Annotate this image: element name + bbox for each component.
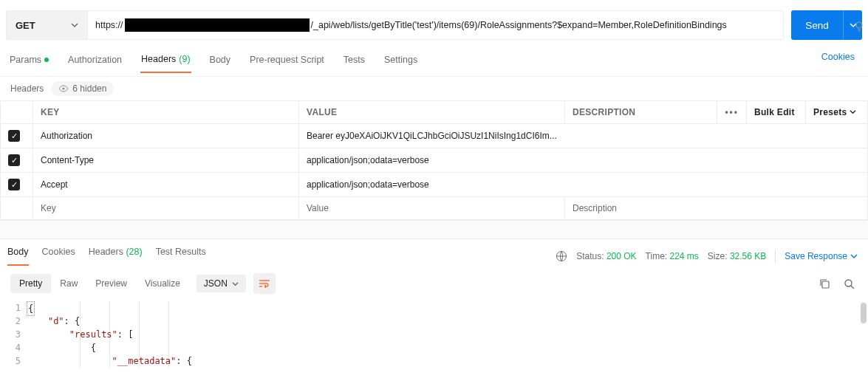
checkbox-icon[interactable]: ✓: [8, 154, 20, 166]
presets-button[interactable]: Presets: [806, 101, 868, 124]
svg-rect-3: [822, 281, 829, 288]
response-body[interactable]: 12345 { "d": { "results": [ { "__metadat…: [0, 301, 868, 368]
tab-params[interactable]: Params: [9, 55, 49, 72]
more-icon: •••: [725, 107, 739, 117]
header-key[interactable]: Accept: [33, 173, 299, 197]
resp-tab-cookies[interactable]: Cookies: [42, 247, 75, 266]
svg-point-0: [856, 22, 862, 28]
cookies-link[interactable]: Cookies: [821, 52, 855, 62]
pane-separator[interactable]: [0, 220, 868, 239]
code-line: "results": [: [27, 328, 868, 341]
svg-point-4: [845, 280, 852, 286]
search-icon[interactable]: [844, 278, 855, 289]
bulk-edit-button[interactable]: Bulk Edit: [747, 101, 806, 124]
save-response-button[interactable]: Save Response: [775, 250, 858, 263]
checkbox-icon[interactable]: ✓: [8, 130, 20, 142]
resp-tab-tests[interactable]: Test Results: [156, 247, 206, 266]
header-key-placeholder[interactable]: Key: [33, 197, 299, 220]
header-value[interactable]: Bearer eyJ0eXAiOiJKV1QiLCJhbGciOiJSUzI1N…: [299, 124, 868, 148]
wrap-lines-button[interactable]: [253, 273, 276, 294]
scrollbar-thumb[interactable]: [861, 303, 867, 323]
checkbox-icon[interactable]: ✓: [8, 179, 20, 190]
view-raw[interactable]: Raw: [51, 274, 86, 293]
send-button[interactable]: Send: [791, 10, 843, 40]
tab-authorization[interactable]: Authorization: [67, 55, 123, 72]
code-line: {: [27, 341, 868, 354]
tab-settings[interactable]: Settings: [383, 55, 418, 72]
time-label: Time: 224 ms: [646, 251, 699, 261]
tab-tests[interactable]: Tests: [343, 55, 366, 72]
request-tabs: Params Authorization Headers (9) Body Pr…: [0, 50, 868, 77]
header-value-placeholder[interactable]: Value: [299, 197, 565, 220]
wrap-icon: [259, 279, 270, 288]
chevron-down-icon: [850, 252, 858, 260]
header-col-value: VALUE: [299, 101, 565, 124]
tab-body[interactable]: Body: [209, 55, 232, 72]
header-key[interactable]: Content-Type: [33, 148, 299, 173]
view-pretty[interactable]: Pretty: [10, 274, 51, 293]
header-key[interactable]: Authorization: [33, 124, 299, 148]
method-select[interactable]: GET: [6, 10, 87, 40]
header-col-check: [1, 101, 33, 124]
line-gutter: 12345: [4, 301, 27, 368]
svg-point-1: [63, 88, 65, 90]
table-row[interactable]: ✓ Accept application/json;odata=verbose: [1, 173, 868, 197]
url-redacted: [125, 18, 310, 32]
resp-tab-headers[interactable]: Headers (28): [89, 247, 143, 266]
tab-headers[interactable]: Headers (9): [140, 54, 191, 73]
status-label: Status: 200 OK: [576, 251, 636, 261]
url-suffix: /_api/web/lists/getByTitle('test')/items…: [311, 20, 727, 30]
table-row[interactable]: ✓ Content-Type application/json;odata=ve…: [1, 148, 868, 173]
header-value[interactable]: application/json;odata=verbose: [299, 148, 868, 173]
view-preview[interactable]: Preview: [86, 274, 136, 293]
code-line: {: [27, 301, 868, 315]
chevron-down-icon: [232, 281, 239, 287]
network-icon[interactable]: [556, 250, 567, 262]
copy-icon[interactable]: [819, 278, 830, 289]
view-visualize[interactable]: Visualize: [136, 274, 189, 293]
table-row[interactable]: ✓ Authorization Bearer eyJ0eXAiOiJKV1QiL…: [1, 124, 868, 148]
params-indicator-icon: [44, 58, 49, 62]
resp-tab-body[interactable]: Body: [7, 247, 29, 266]
lightbulb-icon[interactable]: [853, 21, 865, 32]
header-col-more[interactable]: •••: [717, 101, 747, 124]
headers-label: Headers: [10, 83, 44, 94]
format-select[interactable]: JSON: [197, 275, 246, 292]
response-tabs: Body Cookies Headers (28) Test Results: [7, 247, 206, 266]
table-row-empty[interactable]: Key Value Description: [1, 197, 868, 220]
header-col-desc: DESCRIPTION: [565, 101, 717, 124]
headers-table: KEY VALUE DESCRIPTION ••• Bulk Edit Pres…: [0, 100, 868, 220]
code-line: "d": {: [27, 315, 868, 328]
size-label: Size: 32.56 KB: [708, 251, 766, 261]
header-value[interactable]: application/json;odata=verbose: [299, 173, 868, 197]
tab-prerequest[interactable]: Pre-request Script: [249, 55, 325, 72]
url-input[interactable]: https:// /_api/web/lists/getByTitle('tes…: [87, 10, 784, 40]
code-line: "__metadata": {: [27, 354, 868, 368]
chevron-down-icon: [71, 21, 78, 29]
method-value: GET: [16, 20, 35, 31]
url-prefix: https://: [95, 20, 123, 30]
header-desc-placeholder[interactable]: Description: [565, 197, 868, 220]
hidden-headers-toggle[interactable]: 6 hidden: [51, 81, 114, 96]
header-col-key: KEY: [33, 101, 299, 124]
eye-icon: [58, 85, 69, 92]
